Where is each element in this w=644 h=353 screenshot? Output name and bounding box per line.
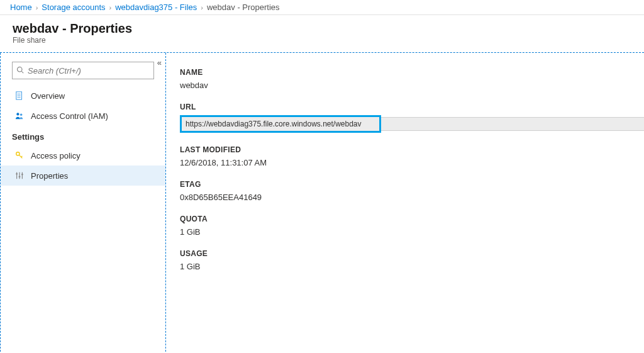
name-value: webdav bbox=[180, 81, 644, 90]
page-header: webdav - Properties File share bbox=[0, 15, 644, 48]
etag-value: 0x8D65B65EEA41649 bbox=[180, 193, 644, 202]
url-field-extension bbox=[381, 117, 644, 131]
search-icon bbox=[16, 66, 24, 76]
usage-label: USAGE bbox=[180, 249, 644, 258]
sidebar-item-overview[interactable]: Overview bbox=[1, 86, 165, 106]
sidebar-item-access-control[interactable]: Access Control (IAM) bbox=[1, 106, 165, 126]
chevron-right-icon: › bbox=[109, 4, 112, 11]
people-icon bbox=[14, 111, 25, 121]
svg-rect-15 bbox=[19, 176, 21, 177]
sliders-icon bbox=[14, 171, 25, 181]
chevron-right-icon: › bbox=[36, 4, 38, 11]
svg-rect-14 bbox=[16, 174, 18, 175]
quota-value: 1 GiB bbox=[180, 227, 644, 237]
content-panel: NAME webdav URL LAST MODIFIED 12/6/2018,… bbox=[166, 53, 644, 353]
sidebar-item-label: Access policy bbox=[31, 151, 80, 160]
breadcrumb-storage-accounts[interactable]: Storage accounts bbox=[42, 3, 105, 12]
key-icon bbox=[14, 150, 25, 160]
settings-section-header: Settings bbox=[1, 126, 165, 145]
svg-line-1 bbox=[21, 71, 23, 73]
sidebar-item-properties[interactable]: Properties bbox=[1, 165, 165, 186]
last-modified-value: 12/6/2018, 11:31:07 AM bbox=[180, 158, 644, 167]
svg-line-10 bbox=[21, 156, 23, 157]
svg-point-7 bbox=[20, 114, 23, 116]
breadcrumb: Home › Storage accounts › webdavdiag375 … bbox=[0, 0, 644, 15]
sidebar-search[interactable] bbox=[12, 62, 154, 79]
breadcrumb-current: webdav - Properties bbox=[207, 3, 280, 12]
url-highlight bbox=[180, 115, 381, 133]
page-title: webdav - Properties bbox=[13, 21, 631, 36]
quota-label: QUOTA bbox=[180, 215, 644, 223]
svg-rect-16 bbox=[21, 174, 23, 175]
collapse-sidebar-icon[interactable]: « bbox=[157, 58, 162, 67]
last-modified-label: LAST MODIFIED bbox=[180, 145, 644, 154]
page-subtitle: File share bbox=[13, 36, 631, 45]
sidebar-item-label: Properties bbox=[31, 171, 68, 181]
usage-value: 1 GiB bbox=[180, 262, 644, 271]
document-icon bbox=[14, 91, 25, 101]
etag-label: ETAG bbox=[180, 180, 644, 189]
sidebar-item-label: Overview bbox=[31, 91, 65, 101]
chevron-right-icon: › bbox=[201, 4, 203, 11]
breadcrumb-files[interactable]: webdavdiag375 - Files bbox=[115, 3, 197, 12]
url-label: URL bbox=[180, 103, 644, 111]
sidebar: « Overview Access Control (IAM) Settings bbox=[0, 53, 166, 353]
svg-point-0 bbox=[18, 67, 23, 72]
search-input[interactable] bbox=[28, 66, 150, 76]
svg-point-6 bbox=[16, 113, 19, 115]
name-label: NAME bbox=[180, 68, 644, 77]
breadcrumb-home[interactable]: Home bbox=[10, 3, 32, 12]
sidebar-item-access-policy[interactable]: Access policy bbox=[1, 145, 165, 165]
sidebar-item-label: Access Control (IAM) bbox=[31, 111, 108, 121]
url-input[interactable] bbox=[182, 117, 379, 131]
